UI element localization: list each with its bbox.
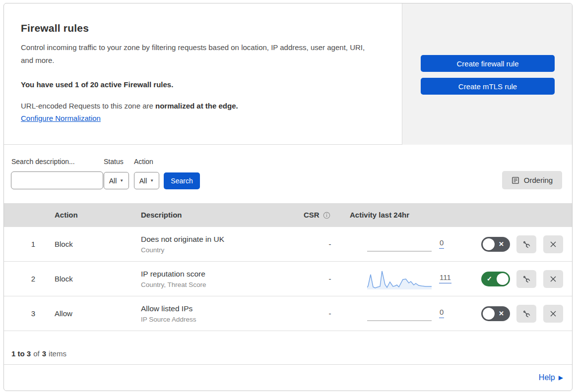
action-label: Action <box>134 158 153 166</box>
ordering-button-label: Ordering <box>524 176 553 184</box>
rule-description-cell: Allow listed IPs IP Source Address <box>141 304 196 323</box>
rule-action: Block <box>55 262 73 296</box>
toggle-state-icon: ✓ <box>487 275 492 282</box>
help-link[interactable]: Help ▶ <box>539 373 563 382</box>
toggle-state-icon: ✕ <box>499 240 504 248</box>
chevron-down-icon: ▼ <box>150 178 154 183</box>
usage-summary: You have used 1 of 20 active Firewall ru… <box>21 80 373 89</box>
firewall-rules-panel: Firewall rules Control incoming traffic … <box>3 3 573 391</box>
column-header-description: Description <box>141 203 182 227</box>
search-label: Search description... <box>11 158 75 166</box>
rule-criteria: IP Source Address <box>141 316 196 323</box>
delete-rule-button[interactable] <box>543 305 563 323</box>
wrench-icon <box>521 239 531 249</box>
rule-action: Allow <box>55 296 72 331</box>
header-section: Firewall rules Control incoming traffic … <box>4 3 572 145</box>
edit-rule-button[interactable] <box>516 270 536 288</box>
rule-priority: 1 <box>21 227 46 262</box>
toggle-knob <box>497 273 509 285</box>
rule-priority: 2 <box>21 262 46 296</box>
edit-rule-button[interactable] <box>516 305 536 323</box>
status-label: Status <box>104 158 124 166</box>
rule-criteria: Country <box>141 246 224 254</box>
create-mtls-rule-button[interactable]: Create mTLS rule <box>421 78 555 95</box>
search-input[interactable] <box>20 176 110 184</box>
enable-rule-toggle[interactable]: ✕ <box>481 306 510 321</box>
activity-sparkline <box>367 304 432 324</box>
enable-rule-toggle[interactable]: ✕ <box>481 237 510 252</box>
activity-count-link[interactable]: 111 <box>439 273 451 283</box>
normalization-bold: normalized at the edge. <box>155 102 238 110</box>
filter-bar: Search description... Status Action All … <box>4 145 572 203</box>
activity-sparkline <box>367 235 432 255</box>
rule-description-cell: IP reputation score Country, Threat Scor… <box>141 270 206 288</box>
close-icon <box>549 275 558 283</box>
activity-count-link[interactable]: 0 <box>439 238 444 248</box>
rule-description: Allow listed IPs <box>141 304 196 313</box>
column-header-action: Action <box>55 203 78 227</box>
table-header: Action Description CSR Activity last 24h… <box>4 203 572 227</box>
help-footer: Help ▶ <box>4 364 572 391</box>
table-row: 3 Allow Allow listed IPs IP Source Addre… <box>4 296 572 331</box>
table-row: 2 Block IP reputation score Country, Thr… <box>4 262 572 296</box>
search-button[interactable]: Search <box>164 172 200 189</box>
help-arrow-icon: ▶ <box>559 374 563 381</box>
table-body: 1 Block Does not originate in UK Country… <box>4 227 572 331</box>
delete-rule-button[interactable] <box>543 270 563 288</box>
pagination-summary: 1 to 3of3items <box>11 349 69 358</box>
csr-value: - <box>318 262 342 296</box>
rule-description: IP reputation score <box>141 270 206 279</box>
toggle-state-icon: ✕ <box>499 310 504 317</box>
actions-side-panel: Create firewall rule Create mTLS rule <box>402 3 572 145</box>
status-dropdown[interactable]: All ▼ <box>104 172 129 189</box>
edit-rule-button[interactable] <box>516 235 536 253</box>
search-field[interactable] <box>11 171 103 189</box>
page-description: Control incoming traffic to your zone by… <box>21 41 368 67</box>
normalization-prefix: URL-encoded Requests to this zone are <box>21 102 155 110</box>
toggle-knob <box>483 308 495 320</box>
activity-count-link[interactable]: 0 <box>439 307 444 318</box>
rule-description-cell: Does not originate in UK Country <box>141 235 224 254</box>
column-header-csr: CSR <box>304 203 330 227</box>
toggle-knob <box>483 238 495 250</box>
action-dropdown-value: All <box>139 177 147 185</box>
items-label: items <box>49 349 66 358</box>
csr-header-label: CSR <box>304 203 320 227</box>
rule-criteria: Country, Threat Score <box>141 281 206 288</box>
help-label: Help <box>539 373 555 382</box>
configure-normalization-link[interactable]: Configure Normalization <box>21 114 101 122</box>
create-firewall-rule-button[interactable]: Create firewall rule <box>421 55 555 72</box>
rule-action: Block <box>55 227 73 262</box>
intro-text-block: Firewall rules Control incoming traffic … <box>21 22 373 123</box>
wrench-icon <box>521 309 531 319</box>
ordering-list-icon <box>512 176 519 184</box>
info-icon[interactable] <box>323 212 330 219</box>
normalization-note: URL-encoded Requests to this zone are no… <box>21 102 373 110</box>
table-row: 1 Block Does not originate in UK Country… <box>4 227 572 262</box>
activity-sparkline <box>367 270 432 289</box>
column-header-activity: Activity last 24hr <box>350 203 409 227</box>
delete-rule-button[interactable] <box>543 235 563 253</box>
items-of-label: of <box>33 349 40 358</box>
items-total: 3 <box>42 349 46 358</box>
csr-value: - <box>318 227 342 262</box>
status-dropdown-value: All <box>109 177 117 185</box>
close-icon <box>549 240 558 249</box>
page-title: Firewall rules <box>21 22 373 34</box>
close-icon <box>549 309 558 318</box>
rule-description: Does not originate in UK <box>141 235 224 244</box>
chevron-down-icon: ▼ <box>120 178 124 183</box>
wrench-icon <box>521 274 531 284</box>
ordering-button[interactable]: Ordering <box>502 171 562 189</box>
rule-priority: 3 <box>21 296 46 331</box>
enable-rule-toggle[interactable]: ✓ <box>481 272 510 286</box>
action-dropdown[interactable]: All ▼ <box>134 172 159 189</box>
items-range: 1 to 3 <box>11 349 31 358</box>
csr-value: - <box>318 296 342 331</box>
